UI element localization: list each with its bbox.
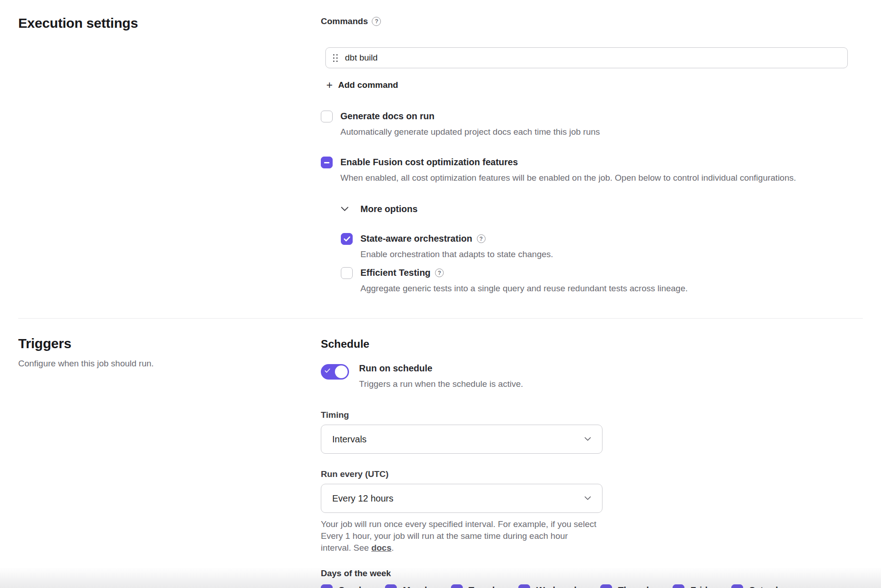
- more-options-label: More options: [360, 204, 418, 214]
- state-aware-label-row: State-aware orchestration ?: [360, 233, 553, 244]
- interval-help-text: Your job will run once every specified i…: [321, 518, 597, 554]
- efficient-testing-description: Aggregate generic tests into a single qu…: [360, 284, 688, 294]
- day-checkbox-checked[interactable]: [600, 584, 612, 588]
- day-checkbox-checked[interactable]: [731, 584, 743, 588]
- day-item: Tuesday: [451, 585, 505, 588]
- triggers-title: Triggers: [18, 336, 321, 351]
- plus-icon: +: [326, 81, 333, 90]
- chevron-down-icon: [584, 437, 591, 441]
- triggers-subtitle: Configure when this job should run.: [18, 359, 321, 369]
- chevron-down-icon: [341, 207, 349, 212]
- day-checkbox-checked[interactable]: [385, 584, 397, 588]
- triggers-content: Schedule Run on schedule Triggers a run …: [321, 336, 863, 588]
- fusion-checkbox-indeterminate[interactable]: [321, 157, 333, 168]
- chevron-down-icon: [584, 496, 591, 501]
- commands-label-row: Commands ?: [321, 16, 863, 26]
- commands-label: Commands: [321, 16, 368, 26]
- run-on-schedule-label: Run on schedule: [359, 363, 523, 374]
- day-label: Monday: [403, 585, 437, 588]
- timing-label: Timing: [321, 410, 863, 420]
- fusion-label: Enable Fusion cost optimization features: [340, 157, 796, 167]
- command-input[interactable]: [345, 53, 840, 63]
- day-checkbox-checked[interactable]: [518, 584, 530, 588]
- fusion-description: When enabled, all cost optimization feat…: [340, 173, 796, 183]
- day-label: Friday: [690, 585, 718, 588]
- day-item: Monday: [385, 585, 437, 588]
- triggers-section: Triggers Configure when this job should …: [0, 319, 881, 588]
- toggle-check-icon: [324, 368, 330, 373]
- day-item: Saturday: [731, 585, 788, 588]
- execution-settings-left: Execution settings: [18, 15, 321, 294]
- add-command-button[interactable]: + Add command: [326, 80, 398, 90]
- days-of-week-row: Sunday Monday Tuesday Wednesday Thursday…: [321, 585, 863, 588]
- docs-link[interactable]: docs: [371, 543, 391, 553]
- add-command-label: Add command: [338, 80, 398, 90]
- day-checkbox-checked[interactable]: [673, 584, 684, 588]
- efficient-testing-label-row: Efficient Testing ?: [360, 268, 688, 278]
- day-item: Wednesday: [518, 585, 587, 588]
- execution-settings-content: Commands ? + Add command Generate docs o…: [321, 15, 863, 294]
- efficient-testing-label: Efficient Testing: [360, 268, 430, 278]
- fusion-row: Enable Fusion cost optimization features…: [321, 157, 863, 183]
- day-label: Tuesday: [469, 585, 505, 588]
- state-aware-description: Enable orchestration that adapts to stat…: [360, 249, 553, 259]
- run-every-select[interactable]: Every 12 hours: [321, 484, 603, 513]
- timing-select-value: Intervals: [332, 434, 367, 445]
- schedule-title: Schedule: [321, 338, 863, 350]
- execution-settings-title: Execution settings: [18, 15, 321, 31]
- generate-docs-label: Generate docs on run: [340, 111, 600, 122]
- state-aware-row: State-aware orchestration ? Enable orche…: [341, 233, 863, 259]
- day-checkbox-checked[interactable]: [321, 584, 333, 588]
- day-label: Saturday: [749, 585, 788, 588]
- job-settings-page: Execution settings Commands ? + Add comm…: [0, 0, 881, 588]
- state-aware-checkbox-checked[interactable]: [341, 233, 353, 245]
- run-every-label: Run every (UTC): [321, 469, 863, 479]
- state-aware-help-icon[interactable]: ?: [477, 234, 486, 243]
- day-item: Sunday: [321, 585, 371, 588]
- efficient-testing-help-icon[interactable]: ?: [435, 269, 444, 277]
- execution-settings-section: Execution settings Commands ? + Add comm…: [0, 0, 881, 294]
- run-on-schedule-description: Triggers a run when the schedule is acti…: [359, 379, 523, 389]
- toggle-knob: [335, 365, 348, 378]
- run-every-select-value: Every 12 hours: [332, 493, 394, 504]
- command-row: [325, 47, 848, 68]
- day-label: Wednesday: [536, 585, 587, 588]
- generate-docs-description: Automatically generate updated project d…: [340, 127, 600, 137]
- commands-help-icon[interactable]: ?: [372, 17, 381, 26]
- day-checkbox-checked[interactable]: [451, 584, 463, 588]
- drag-handle-icon[interactable]: [333, 54, 338, 62]
- day-item: Thursday: [600, 585, 659, 588]
- generate-docs-checkbox[interactable]: [321, 111, 333, 122]
- day-label: Sunday: [339, 585, 371, 588]
- efficient-testing-row: Efficient Testing ? Aggregate generic te…: [341, 268, 863, 294]
- triggers-left: Triggers Configure when this job should …: [18, 336, 321, 588]
- generate-docs-row: Generate docs on run Automatically gener…: [321, 111, 863, 137]
- timing-select[interactable]: Intervals: [321, 425, 603, 454]
- day-item: Friday: [673, 585, 718, 588]
- run-on-schedule-toggle-on[interactable]: [321, 364, 349, 380]
- more-options-toggle[interactable]: More options: [341, 204, 418, 214]
- day-label: Thursday: [618, 585, 659, 588]
- run-on-schedule-row: Run on schedule Triggers a run when the …: [321, 363, 863, 389]
- days-of-week-label: Days of the week: [321, 568, 863, 578]
- state-aware-label: State-aware orchestration: [360, 233, 472, 244]
- efficient-testing-checkbox[interactable]: [341, 267, 353, 279]
